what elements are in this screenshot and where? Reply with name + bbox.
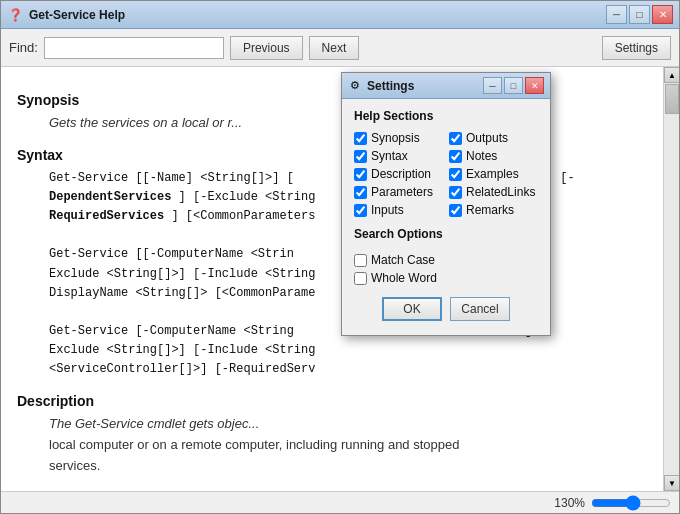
scroll-thumb[interactable] [665, 84, 679, 114]
status-bar: 130% [1, 491, 679, 513]
description-heading: Description [17, 390, 647, 412]
checkbox-match-case[interactable]: Match Case [354, 253, 538, 267]
zoom-slider[interactable] [591, 497, 671, 509]
toolbar: Find: Previous Next Settings [1, 29, 679, 67]
dialog-title: Settings [367, 79, 483, 93]
previous-button[interactable]: Previous [230, 36, 303, 60]
checkbox-examples[interactable]: Examples [449, 167, 538, 181]
search-options-group: Match Case Whole Word [354, 253, 538, 285]
cancel-button[interactable]: Cancel [450, 297, 510, 321]
main-window: ❓ Get-Service Help ─ □ ✕ Find: Previous … [0, 0, 680, 514]
find-label: Find: [9, 40, 38, 55]
settings-dialog: ⚙ Settings ─ □ ✕ Help Sections Synopsis … [341, 72, 551, 336]
checkbox-whole-word[interactable]: Whole Word [354, 271, 538, 285]
checkbox-synopsis[interactable]: Synopsis [354, 131, 443, 145]
dialog-restore-button[interactable]: □ [504, 77, 523, 94]
zoom-label: 130% [554, 496, 585, 510]
dialog-close-button[interactable]: ✕ [525, 77, 544, 94]
dialog-title-buttons: ─ □ ✕ [483, 77, 544, 94]
checkbox-parameters[interactable]: Parameters [354, 185, 443, 199]
scroll-down-arrow[interactable]: ▼ [664, 475, 679, 491]
title-bar: ❓ Get-Service Help ─ □ ✕ [1, 1, 679, 29]
scroll-track[interactable] [664, 83, 679, 475]
next-button[interactable]: Next [309, 36, 360, 60]
vertical-scrollbar[interactable]: ▲ ▼ [663, 67, 679, 491]
help-content: Synopsis Gets the services on a local or… [1, 67, 663, 491]
checkbox-relatedlinks[interactable]: RelatedLinks [449, 185, 538, 199]
content-area: Synopsis Gets the services on a local or… [1, 67, 679, 491]
dialog-title-bar: ⚙ Settings ─ □ ✕ [342, 73, 550, 99]
checkbox-remarks[interactable]: Remarks [449, 203, 538, 217]
description-text: The Get-Service cmdlet gets objec... loc… [49, 414, 647, 476]
synopsis-heading: Synopsis [17, 89, 647, 111]
checkbox-notes[interactable]: Notes [449, 149, 538, 163]
title-bar-buttons: ─ □ ✕ [606, 5, 673, 24]
checkbox-syntax[interactable]: Syntax [354, 149, 443, 163]
dialog-icon: ⚙ [348, 79, 362, 93]
window-title: Get-Service Help [29, 8, 606, 22]
search-options-label: Search Options [354, 227, 538, 241]
syntax-heading: Syntax [17, 144, 647, 166]
scroll-up-arrow[interactable]: ▲ [664, 67, 679, 83]
checkbox-outputs[interactable]: Outputs [449, 131, 538, 145]
find-input[interactable] [44, 37, 224, 59]
dialog-footer: OK Cancel [354, 297, 538, 325]
minimize-button[interactable]: ─ [606, 5, 627, 24]
checkbox-inputs[interactable]: Inputs [354, 203, 443, 217]
help-sections-label: Help Sections [354, 109, 538, 123]
ok-button[interactable]: OK [382, 297, 442, 321]
close-button[interactable]: ✕ [652, 5, 673, 24]
checkbox-description[interactable]: Description [354, 167, 443, 181]
dialog-body: Help Sections Synopsis Outputs Syntax No… [342, 99, 550, 335]
help-sections-grid: Synopsis Outputs Syntax Notes Descriptio… [354, 131, 538, 217]
window-icon: ❓ [7, 7, 23, 23]
settings-button[interactable]: Settings [602, 36, 671, 60]
dialog-minimize-button[interactable]: ─ [483, 77, 502, 94]
maximize-button[interactable]: □ [629, 5, 650, 24]
